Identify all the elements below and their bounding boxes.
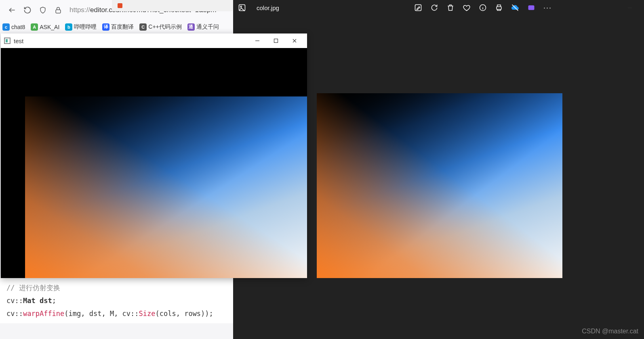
bookmark-label: chat8: [11, 24, 25, 30]
titlebar[interactable]: test: [1, 33, 307, 48]
maximize-button[interactable]: [267, 33, 285, 48]
window-title: test: [14, 38, 23, 44]
bookmark-label: 哔哩哔哩: [74, 23, 97, 31]
bookmark-item[interactable]: AASK_AI: [31, 23, 59, 31]
code-token: warpAffine: [23, 310, 64, 318]
reload-icon[interactable]: [23, 6, 32, 14]
gradient-image: [25, 96, 307, 278]
delete-icon[interactable]: [446, 4, 455, 12]
code-token: cv: [6, 297, 15, 305]
bookmark-bar: cchat8 AASK_AI b哔哩哔哩 译百度翻译 CC++代码示例 通通义千…: [0, 20, 233, 33]
bookmark-label: 百度翻译: [111, 23, 134, 31]
more-icon[interactable]: ···: [543, 4, 552, 12]
lock-icon[interactable]: [54, 6, 62, 14]
image-icon[interactable]: [238, 4, 246, 12]
bookmark-item[interactable]: b哔哩哔哩: [65, 23, 97, 31]
code-token: ;: [52, 297, 56, 305]
close-button[interactable]: [285, 33, 304, 48]
bookmark-item[interactable]: cchat8: [2, 23, 25, 31]
watermark: CSDN @master.cat: [582, 328, 638, 335]
code-token: Mat dst: [23, 297, 52, 305]
url-protocol: https://: [69, 6, 90, 14]
test-gradient-image: [25, 96, 307, 278]
bookmark-label: ASK_AI: [40, 24, 59, 30]
print-icon[interactable]: [495, 4, 503, 12]
bookmark-label: 通义千问: [196, 23, 219, 31]
shield-icon[interactable]: [39, 6, 47, 14]
bookmark-item[interactable]: CC++代码示例: [139, 23, 181, 31]
bookmark-label: C++代码示例: [148, 23, 181, 31]
bookmark-item[interactable]: 通通义千问: [187, 23, 219, 31]
bookmark-item[interactable]: 译百度翻译: [102, 23, 134, 31]
svg-point-2: [240, 6, 242, 7]
code-token: cv: [6, 310, 15, 318]
viewer-toolbar: color.jpg ··· ─: [233, 0, 644, 15]
svg-rect-0: [56, 10, 61, 13]
cloud-icon[interactable]: [511, 4, 519, 12]
window-content: [1, 48, 307, 278]
code-token: (img, dst, M, cv::: [64, 310, 139, 318]
rotate-icon[interactable]: [430, 4, 438, 12]
gradient-image: [317, 93, 562, 278]
clipchamp-icon[interactable]: [527, 4, 535, 12]
svg-rect-6: [528, 5, 534, 10]
browser-tab-strip[interactable]: [112, 0, 233, 11]
viewer-image[interactable]: [317, 93, 562, 278]
svg-rect-5: [497, 7, 501, 10]
info-icon[interactable]: [479, 4, 487, 12]
code-token: ::: [15, 310, 23, 318]
app-icon: [4, 38, 11, 44]
svg-rect-7: [274, 39, 278, 43]
back-icon[interactable]: [8, 6, 16, 14]
code-token: Size: [139, 310, 156, 318]
code-token: ::: [15, 297, 23, 305]
favorite-icon[interactable]: [463, 4, 471, 12]
code-comment: // 进行仿射变换: [6, 284, 60, 292]
file-name: color.jpg: [257, 4, 279, 11]
opencv-window: test: [1, 33, 307, 278]
minimize-button[interactable]: ─: [621, 0, 639, 15]
minimize-button[interactable]: [248, 33, 267, 48]
edit-icon[interactable]: [414, 4, 422, 12]
code-token: (cols, rows));: [156, 310, 213, 318]
code-editor[interactable]: // 进行仿射变换 cv::Mat dst; cv::warpAffine(im…: [0, 278, 233, 323]
